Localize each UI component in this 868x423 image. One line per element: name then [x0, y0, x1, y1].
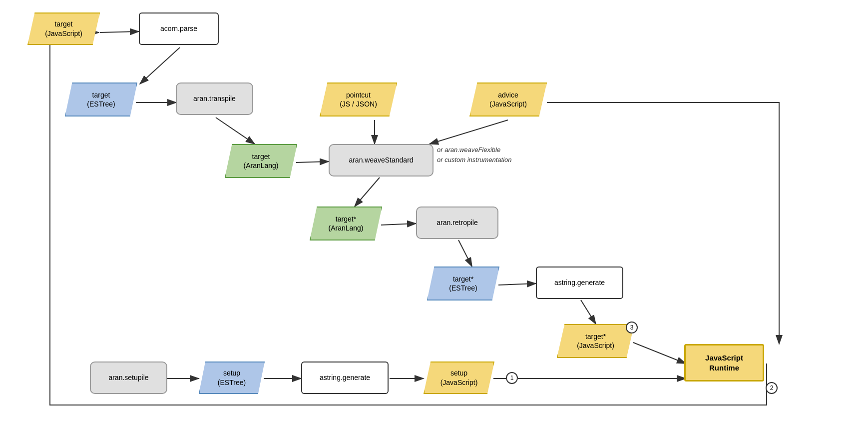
svg-line-7 [430, 120, 508, 144]
node-target-js-out: target* (JavaScript) [557, 324, 634, 358]
node-pointcut: pointcut (JS / JSON) [320, 82, 397, 116]
svg-line-8 [355, 178, 380, 206]
node-astring-generate2: astring.generate [301, 362, 389, 394]
svg-line-4 [216, 118, 255, 144]
node-setup-estree: setup (ESTree) [199, 362, 265, 394]
node-js-runtime: JavaScript Runtime [684, 344, 764, 382]
weave-label: or aran.weaveFlexibleor custom instrumen… [437, 145, 562, 164]
svg-line-9 [381, 224, 416, 225]
circle-2: 2 [766, 382, 778, 394]
node-setup-js: setup (JavaScript) [424, 362, 494, 394]
svg-line-5 [296, 162, 329, 162]
node-aran-transpile: aran.transpile [176, 82, 253, 115]
node-target-estree: target (ESTree) [65, 82, 137, 116]
node-target-aranlang: target (AranLang) [225, 144, 297, 178]
node-aran-setupile: aran.setupile [90, 362, 167, 394]
diagram: target (JavaScript) acorn.parse target (… [0, 0, 868, 423]
node-target-js-input: target (JavaScript) [27, 12, 100, 45]
node-target-aranlang2: target* (AranLang) [310, 206, 382, 240]
node-target-estree2: target* (ESTree) [427, 266, 499, 300]
node-astring-generate: astring.generate [536, 266, 623, 299]
svg-line-1 [100, 32, 139, 32]
node-aran-retropile: aran.retropile [416, 206, 498, 239]
svg-line-11 [498, 284, 536, 285]
circle-1: 1 [506, 372, 518, 384]
node-advice: advice (JavaScript) [469, 82, 547, 116]
node-aran-weave: aran.weaveStandard [329, 144, 434, 176]
circle-3: 3 [626, 322, 638, 334]
svg-line-10 [458, 240, 472, 266]
svg-line-12 [581, 300, 596, 324]
svg-line-2 [140, 48, 180, 84]
node-acorn-parse: acorn.parse [139, 12, 219, 45]
svg-line-13 [633, 342, 686, 364]
